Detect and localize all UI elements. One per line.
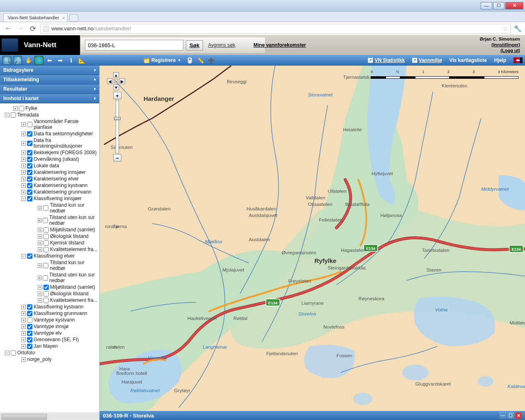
tree-toggle[interactable]: +: [38, 247, 42, 252]
layer-checkbox[interactable]: [43, 298, 49, 303]
info-tool-icon[interactable]: ℹ: [66, 56, 75, 65]
tree-toggle[interactable]: +: [21, 357, 26, 362]
layer-checkbox[interactable]: [43, 218, 48, 223]
tree-toggle[interactable]: +: [21, 141, 26, 146]
new-tab-button[interactable]: [69, 14, 78, 22]
tree-toggle[interactable]: −: [5, 351, 9, 355]
advanced-search-link[interactable]: Avgrens søk: [208, 42, 235, 48]
band-innhold[interactable]: Innhold i kartet▾: [0, 94, 99, 103]
tree-toggle[interactable]: +: [13, 106, 18, 111]
vis-kartlagsliste-link[interactable]: Vis kartlagsliste: [449, 57, 486, 63]
layer-checkbox[interactable]: [11, 350, 16, 356]
window-minimize-button[interactable]: —: [481, 2, 492, 9]
full-extent-icon[interactable]: 🌐: [34, 56, 43, 65]
tree-toggle[interactable]: −: [21, 196, 26, 201]
mine-vannforekomster-link[interactable]: Mine vannforekomster: [253, 42, 306, 48]
tree-toggle[interactable]: +: [21, 324, 26, 329]
layer-checkbox[interactable]: [27, 183, 32, 188]
band-bidragsytere[interactable]: Bidragsytere▾: [0, 66, 99, 75]
pan-tool-icon[interactable]: ✋: [24, 56, 33, 65]
layer-checkbox[interactable]: [43, 291, 49, 297]
tree-toggle[interactable]: +: [21, 311, 26, 316]
search-button[interactable]: Søk: [186, 40, 203, 50]
pan-north-button[interactable]: ▲: [113, 72, 119, 78]
zoom-out-tool-icon[interactable]: 🔎: [13, 56, 22, 65]
layer-checkbox[interactable]: [27, 324, 32, 329]
tree-toggle[interactable]: +: [38, 228, 42, 232]
tree-toggle[interactable]: +: [38, 285, 42, 290]
bookmark-star-icon[interactable]: ☆: [502, 25, 508, 32]
pointer-tool-icon[interactable]: 🖱️: [185, 56, 194, 65]
window-close-button[interactable]: ✕: [505, 2, 523, 9]
tree-toggle[interactable]: −: [5, 113, 9, 117]
tree-toggle[interactable]: +: [38, 263, 42, 268]
layer-checkbox[interactable]: [27, 122, 32, 127]
vannmiljo-link[interactable]: ↗Vannmiljø: [412, 57, 442, 63]
tree-toggle[interactable]: +: [38, 298, 42, 303]
layer-checkbox[interactable]: [27, 344, 32, 349]
registrere-menu[interactable]: 🗂️ Registrere ▼: [141, 57, 183, 63]
layer-checkbox[interactable]: [27, 176, 32, 182]
zoom-in-button[interactable]: +: [113, 92, 121, 99]
layer-checkbox[interactable]: [11, 112, 16, 118]
layer-checkbox[interactable]: [43, 240, 49, 246]
close-tab-icon[interactable]: ×: [62, 16, 65, 21]
panel-min-button[interactable]: —: [500, 412, 506, 419]
vn-statistikk-link[interactable]: ↗VN Statistikk: [368, 57, 404, 63]
tree-toggle[interactable]: +: [21, 318, 26, 322]
site-identity-icon[interactable]: [43, 26, 49, 32]
url-input[interactable]: www.vann-nett.no/saksbehandler/ ☆: [40, 24, 511, 34]
layer-checkbox[interactable]: [27, 331, 32, 336]
layer-checkbox[interactable]: [43, 275, 48, 281]
tree-toggle[interactable]: +: [21, 122, 26, 127]
tree-toggle[interactable]: +: [21, 177, 26, 181]
tree-toggle[interactable]: +: [21, 151, 26, 155]
layer-checkbox[interactable]: [27, 150, 32, 155]
logout-link[interactable]: (Logg ut): [500, 48, 520, 53]
tree-toggle[interactable]: +: [21, 170, 26, 175]
hjelp-link[interactable]: Hjelp: [494, 57, 506, 63]
search-input[interactable]: [85, 40, 183, 50]
layer-checkbox[interactable]: [43, 247, 49, 252]
zoom-in-tool-icon[interactable]: 🔍: [2, 56, 11, 65]
browser-menu-icon[interactable]: 🔧: [514, 25, 522, 32]
prev-extent-icon[interactable]: ⬅: [45, 56, 54, 65]
band-tilbakemelding[interactable]: Tilbakemelding▾: [0, 75, 99, 84]
measure-tool-icon[interactable]: 📐: [77, 56, 86, 65]
pan-east-button[interactable]: ▶: [119, 78, 125, 84]
tree-toggle[interactable]: +: [38, 234, 42, 239]
layer-checkbox[interactable]: [27, 311, 32, 316]
layer-checkbox[interactable]: [43, 205, 48, 211]
zoom-thumb[interactable]: [114, 117, 121, 120]
browser-tab[interactable]: Vann-Nett Saksbehandler ×: [3, 13, 68, 22]
layer-checkbox[interactable]: [27, 141, 32, 146]
tree-toggle[interactable]: +: [38, 292, 42, 296]
layer-checkbox[interactable]: [43, 227, 49, 233]
layer-checkbox[interactable]: [27, 337, 32, 342]
url-text[interactable]: www.vann-nett.no/saksbehandler/: [51, 25, 501, 32]
tree-toggle[interactable]: +: [38, 241, 42, 245]
layer-checkbox[interactable]: [27, 189, 32, 195]
zoom-track[interactable]: [116, 100, 119, 153]
forward-button[interactable]: →: [16, 24, 25, 34]
layer-checkbox[interactable]: [27, 170, 32, 175]
layer-checkbox[interactable]: [43, 263, 48, 268]
tree-toggle[interactable]: +: [38, 218, 41, 223]
layer-checkbox[interactable]: [43, 234, 49, 239]
layer-checkbox[interactable]: [27, 196, 32, 201]
tree-toggle[interactable]: +: [38, 276, 41, 280]
pan-center-button[interactable]: N: [114, 79, 118, 83]
tree-toggle[interactable]: +: [21, 190, 26, 194]
layer-checkbox[interactable]: [27, 131, 32, 137]
panel-close-button[interactable]: ✕: [515, 412, 522, 419]
band-resultater[interactable]: Resultater▾: [0, 84, 99, 94]
layer-checkbox[interactable]: [43, 285, 49, 290]
add-feature-icon[interactable]: ➕: [206, 56, 215, 65]
next-extent-icon[interactable]: ➡: [56, 56, 65, 65]
tree-toggle[interactable]: +: [21, 157, 26, 162]
back-button[interactable]: ←: [3, 24, 13, 34]
tree-toggle[interactable]: +: [21, 338, 26, 342]
layer-checkbox[interactable]: [19, 106, 24, 111]
panel-max-button[interactable]: ☐: [507, 412, 514, 419]
tree-toggle[interactable]: +: [21, 331, 26, 336]
